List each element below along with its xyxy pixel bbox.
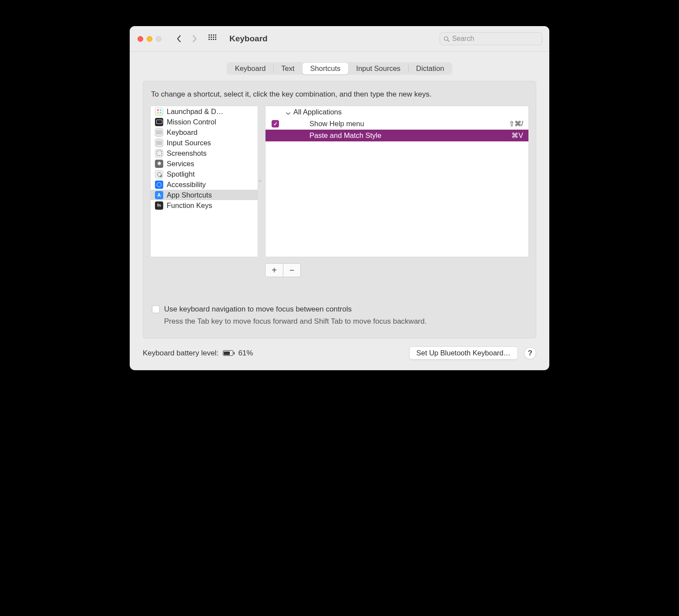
launchpad-icon [155, 107, 163, 116]
toolbar: Keyboard [130, 26, 549, 52]
keyboard-navigation-option: Use keyboard navigation to move focus be… [152, 305, 529, 326]
category-label: Accessibility [167, 181, 206, 189]
category-accessibility[interactable]: Accessibility [151, 179, 258, 190]
checkbox[interactable] [272, 120, 279, 127]
accessibility-icon [155, 181, 163, 189]
category-services[interactable]: Services [151, 158, 258, 169]
group-label: All Applications [293, 108, 342, 116]
search-input[interactable] [452, 35, 538, 43]
category-label: Keyboard [167, 128, 198, 137]
battery-label: Keyboard battery level: [143, 349, 218, 358]
preferences-window: Keyboard Keyboard Text Shortcuts Input S… [130, 26, 549, 370]
category-label: Function Keys [167, 201, 212, 210]
input-sources-icon [155, 139, 163, 147]
services-icon [155, 160, 163, 168]
remove-button[interactable]: − [283, 264, 300, 277]
category-app-shortcuts[interactable]: App Shortcuts [151, 190, 258, 200]
zoom-icon [156, 36, 161, 42]
category-label: Mission Control [167, 118, 216, 126]
category-label: Input Sources [167, 139, 211, 147]
screenshots-icon [155, 149, 163, 157]
checkbox-placeholder [272, 132, 279, 139]
spotlight-icon [155, 170, 163, 178]
tabs-row: Keyboard Text Shortcuts Input Sources Di… [130, 52, 549, 81]
category-list[interactable]: Launchpad & D… Mission Control Keyboard … [150, 106, 258, 257]
svg-line-1 [447, 40, 449, 41]
battery-percentage: 61% [238, 349, 253, 358]
tab-shortcuts[interactable]: Shortcuts [303, 63, 349, 74]
close-icon[interactable] [138, 36, 143, 42]
shortcuts-group-header[interactable]: All Applications [266, 106, 528, 118]
add-remove-buttons: + − [265, 263, 301, 277]
kb-nav-checkbox[interactable] [152, 305, 160, 313]
chevron-down-icon[interactable] [286, 110, 291, 115]
keyboard-icon [155, 128, 163, 137]
help-button[interactable]: ? [524, 347, 536, 359]
search-field[interactable] [440, 32, 542, 45]
shortcut-name: Show Help menu [309, 120, 509, 128]
tab-text[interactable]: Text [273, 63, 302, 74]
tab-dictation[interactable]: Dictation [408, 63, 452, 74]
category-launchpad[interactable]: Launchpad & D… [151, 106, 258, 117]
category-label: Spotlight [167, 170, 195, 178]
kb-nav-label: Use keyboard navigation to move focus be… [164, 305, 352, 314]
category-label: Screenshots [167, 149, 207, 157]
resize-handle-icon[interactable] [259, 180, 262, 182]
shortcuts-list[interactable]: All Applications Show Help menu ⇧⌘/ Past… [265, 106, 529, 257]
footer: Keyboard battery level: 61% Set Up Bluet… [130, 338, 549, 370]
search-icon [444, 36, 450, 42]
kb-nav-hint: Press the Tab key to move focus forward … [164, 317, 529, 326]
app-shortcuts-icon [155, 191, 163, 199]
category-screenshots[interactable]: Screenshots [151, 148, 258, 158]
shortcut-keys[interactable]: ⌘V [511, 131, 523, 140]
tab-input-sources[interactable]: Input Sources [348, 63, 408, 74]
category-input-sources[interactable]: Input Sources [151, 137, 258, 148]
shortcuts-pane: To change a shortcut, select it, click t… [143, 81, 536, 338]
category-function-keys[interactable]: Function Keys [151, 200, 258, 211]
setup-bluetooth-button[interactable]: Set Up Bluetooth Keyboard… [409, 346, 518, 360]
back-button[interactable] [173, 33, 185, 44]
function-keys-icon [155, 201, 163, 210]
tab-keyboard[interactable]: Keyboard [227, 63, 274, 74]
category-keyboard[interactable]: Keyboard [151, 127, 258, 137]
shortcut-row[interactable]: Show Help menu ⇧⌘/ [266, 118, 528, 130]
window-title: Keyboard [229, 34, 268, 44]
tabs: Keyboard Text Shortcuts Input Sources Di… [227, 62, 453, 75]
minimize-icon[interactable] [147, 36, 152, 42]
add-button[interactable]: + [266, 264, 283, 277]
shortcut-name: Paste and Match Style [309, 131, 511, 140]
forward-button [188, 33, 201, 44]
category-spotlight[interactable]: Spotlight [151, 169, 258, 179]
category-label: App Shortcuts [167, 191, 212, 199]
category-mission-control[interactable]: Mission Control [151, 117, 258, 127]
battery-icon [223, 350, 235, 356]
instruction-text: To change a shortcut, select it, click t… [151, 90, 528, 99]
category-label: Launchpad & D… [167, 107, 223, 116]
window-controls [138, 36, 161, 42]
mission-control-icon [155, 118, 163, 126]
shortcut-row[interactable]: Paste and Match Style ⌘V [266, 130, 528, 141]
show-all-icon[interactable] [208, 34, 217, 43]
category-label: Services [167, 160, 194, 168]
shortcut-keys[interactable]: ⇧⌘/ [509, 120, 523, 128]
